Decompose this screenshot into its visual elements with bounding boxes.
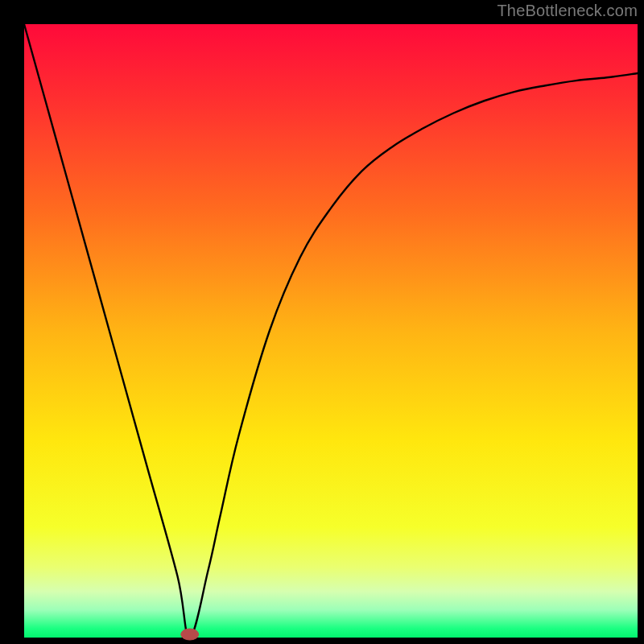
chart-frame: TheBottleneck.com	[0, 0, 644, 644]
plot-background	[24, 24, 638, 638]
optimal-point-marker	[181, 629, 199, 640]
bottleneck-chart	[0, 0, 644, 644]
watermark-text: TheBottleneck.com	[497, 2, 638, 20]
